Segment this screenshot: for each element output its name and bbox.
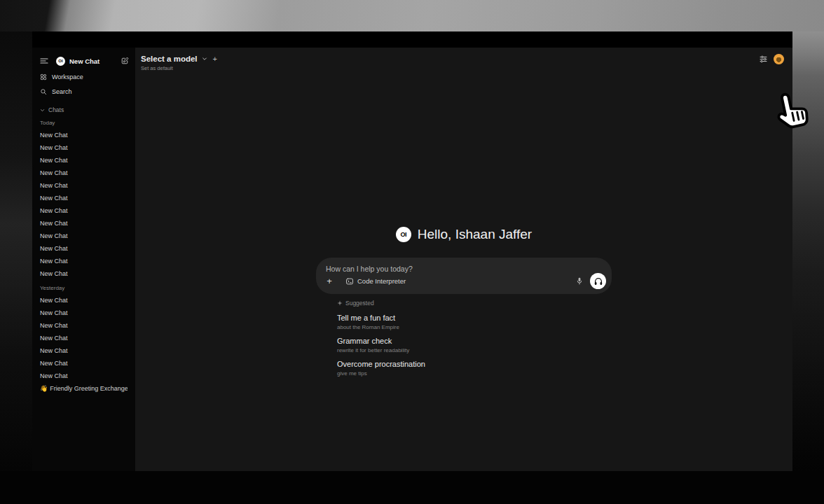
suggestion-title: Overcome procrastination: [337, 360, 612, 369]
suggestion-subtitle: about the Roman Empire: [337, 323, 612, 331]
grid-icon: [40, 74, 47, 80]
chat-list-item-named[interactable]: 👋Friendly Greeting Exchange: [40, 382, 128, 395]
headphones-icon: [593, 276, 603, 286]
suggestion-item[interactable]: Tell me a fun factabout the Roman Empire: [337, 314, 612, 331]
sidebar-item-label: Search: [52, 88, 72, 95]
chat-list-item[interactable]: New Chat: [40, 307, 128, 319]
chat-list-item[interactable]: New Chat: [40, 230, 128, 242]
sidebar-item-label: Workspace: [52, 74, 83, 80]
chats-section-header[interactable]: Chats: [32, 105, 135, 115]
chat-list-item[interactable]: New Chat: [40, 319, 128, 332]
new-chat-title[interactable]: New Chat: [69, 57, 99, 65]
main-panel: Select a model + Set as default: [135, 48, 792, 471]
chat-list-item[interactable]: New Chat: [40, 179, 128, 192]
chat-list-item[interactable]: New Chat: [40, 154, 128, 167]
input-placeholder: How can I help you today?: [326, 265, 413, 273]
chat-list-item[interactable]: New Chat: [40, 141, 128, 154]
suggestion-subtitle: rewrite it for better readability: [337, 346, 612, 354]
set-as-default-button[interactable]: Set as default: [141, 65, 217, 71]
chat-list-item[interactable]: New Chat: [40, 204, 128, 217]
app-logo: OI: [56, 57, 65, 66]
desktop-background-left: [0, 31, 32, 471]
suggestion-list: Tell me a fun factabout the Roman Empire…: [337, 314, 612, 377]
search-icon: [40, 88, 47, 95]
attach-plus-button[interactable]: +: [324, 276, 334, 286]
chat-list: TodayNew ChatNew ChatNew ChatNew ChatNew…: [32, 118, 135, 395]
chat-list-item[interactable]: New Chat: [40, 255, 128, 267]
chat-list-item[interactable]: New Chat: [40, 344, 128, 357]
suggestion-item[interactable]: Grammar checkrewrite it for better reada…: [337, 337, 612, 354]
add-model-button[interactable]: +: [213, 55, 217, 63]
suggestion-title: Grammar check: [337, 337, 612, 346]
user-avatar[interactable]: [774, 54, 784, 64]
greeting: OI Hello, Ishaan Jaffer: [316, 225, 612, 244]
desktop-background-top: [0, 0, 824, 31]
chat-group-label: Today: [40, 118, 128, 127]
window-top-strip: [32, 31, 792, 48]
sidebar-header[interactable]: OI New Chat: [32, 48, 135, 69]
greeting-text: Hello, Ishaan Jaffer: [418, 227, 532, 242]
chat-list-item[interactable]: New Chat: [40, 332, 128, 344]
code-interpreter-label: Code Interpreter: [357, 277, 406, 285]
chat-title: Friendly Greeting Exchange: [50, 382, 128, 395]
sliders-icon[interactable]: [759, 55, 768, 64]
suggested-section: Suggested Tell me a fun factabout the Ro…: [316, 298, 612, 377]
chat-list-item[interactable]: New Chat: [40, 370, 128, 382]
chevron-down-icon: [40, 108, 45, 113]
message-input[interactable]: How can I help you today? + Code Interpr…: [316, 258, 612, 294]
chat-list-item[interactable]: New Chat: [40, 294, 128, 307]
chat-group-label: Yesterday: [40, 284, 128, 293]
terminal-icon: [345, 277, 354, 286]
code-interpreter-toggle[interactable]: Code Interpreter: [345, 277, 406, 286]
chat-list-item[interactable]: New Chat: [40, 267, 128, 280]
model-selector[interactable]: Select a model: [141, 55, 198, 63]
welcome-area: OI Hello, Ishaan Jaffer How can I help y…: [316, 225, 612, 377]
chat-list-item[interactable]: New Chat: [40, 242, 128, 255]
sidebar: OI New Chat Workspace: [32, 48, 135, 471]
suggestion-title: Tell me a fun fact: [337, 314, 612, 323]
microphone-icon[interactable]: [575, 276, 584, 286]
chats-section-label: Chats: [48, 106, 64, 113]
suggested-label: Suggested: [345, 300, 374, 307]
chat-list-item[interactable]: New Chat: [40, 357, 128, 370]
voice-call-button[interactable]: [590, 273, 606, 289]
chat-list-item[interactable]: New Chat: [40, 217, 128, 230]
sparkle-icon: [337, 300, 343, 306]
chat-list-item[interactable]: New Chat: [40, 167, 128, 179]
app-logo: OI: [396, 227, 411, 242]
desktop-background-bottom: [0, 471, 824, 504]
wave-emoji: 👋: [40, 382, 48, 395]
app-window: OI New Chat Workspace: [32, 31, 792, 471]
edit-pencil-icon[interactable]: [121, 57, 129, 65]
suggestion-subtitle: give me tips: [337, 370, 612, 377]
sidebar-item-workspace[interactable]: Workspace: [32, 70, 135, 83]
chat-list-item[interactable]: New Chat: [40, 192, 128, 204]
sidebar-item-search[interactable]: Search: [32, 85, 135, 98]
model-selector-area: Select a model + Set as default: [141, 55, 217, 71]
hamburger-menu-icon[interactable]: [40, 57, 48, 64]
suggestion-item[interactable]: Overcome procrastinationgive me tips: [337, 360, 612, 377]
chat-list-item[interactable]: New Chat: [40, 129, 128, 141]
chevron-down-icon[interactable]: [202, 56, 207, 62]
desktop-background-right: [792, 31, 824, 471]
